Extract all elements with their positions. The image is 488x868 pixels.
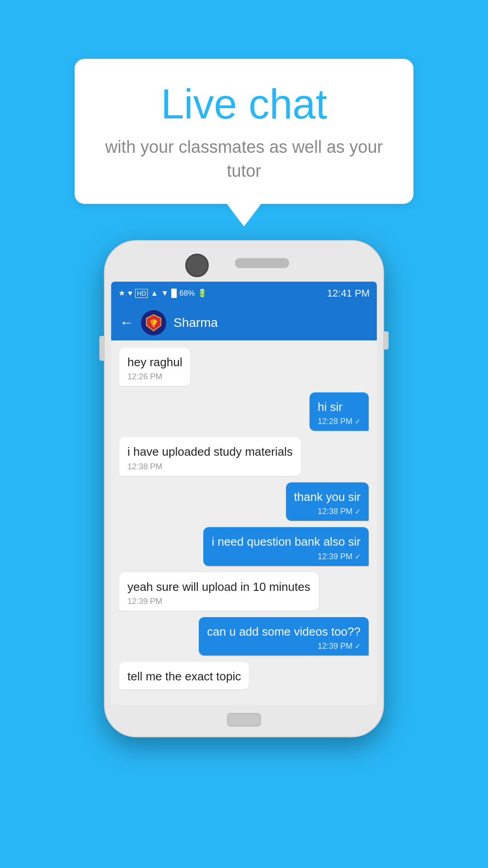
phone-mockup: ★ ♥ HD ▲ ▼ █ 68% 🔋 12:41 PM ← xyxy=(104,240,384,737)
message-3-text: i have uploaded study materials xyxy=(127,443,293,460)
message-7-time-row: 12:39 PM ✓ xyxy=(207,642,361,651)
status-time: 12:41 PM xyxy=(327,288,370,299)
speech-bubble-container: Live chat with your classmates as well a… xyxy=(75,59,413,226)
message-5: i need question bank also sir 12:39 PM ✓ xyxy=(203,527,369,566)
message-4-time: 12:38 PM xyxy=(318,507,352,516)
chat-header: ← Sharma xyxy=(111,305,377,340)
message-4: thank you sir 12:38 PM ✓ xyxy=(286,482,369,521)
signal-bars-icon: █ xyxy=(171,289,177,298)
message-3-time: 12:38 PM xyxy=(127,462,293,472)
back-button[interactable]: ← xyxy=(119,314,134,331)
message-2-time: 12:28 PM xyxy=(318,417,352,426)
message-1-time: 12:26 PM xyxy=(127,372,182,382)
chat-messages-area[interactable]: hey raghul 12:26 PM hi sir 12:28 PM ✓ i … xyxy=(111,340,377,705)
message-1-text: hey raghul xyxy=(127,354,182,370)
message-6: yeah sure will upload in 10 minutes 12:3… xyxy=(119,572,319,611)
message-4-time-row: 12:38 PM ✓ xyxy=(294,507,361,516)
bluetooth-icon: ★ xyxy=(118,288,125,298)
hd-icon: HD xyxy=(135,289,148,298)
battery-icon: 🔋 xyxy=(197,288,207,298)
phone-power-button[interactable] xyxy=(383,331,389,349)
message-2-text: hi sir xyxy=(318,399,361,415)
message-8-partial: tell me the exact topic xyxy=(119,662,249,689)
bubble-subtitle: with your classmates as well as your tut… xyxy=(102,135,386,183)
message-6-text: yeah sure will upload in 10 minutes xyxy=(127,579,310,595)
network-icon: ▼ xyxy=(161,289,169,298)
delivered-check-icon-3: ✓ xyxy=(355,552,361,561)
message-1: hey raghul 12:26 PM xyxy=(119,348,190,386)
phone-home-button[interactable] xyxy=(227,713,261,726)
message-5-text: i need question bank also sir xyxy=(211,533,361,550)
contact-avatar xyxy=(141,310,166,335)
battery-percent: 68% xyxy=(179,289,195,298)
delivered-check-icon-2: ✓ xyxy=(355,507,361,516)
message-7-text: can u add some videos too?? xyxy=(207,623,361,640)
status-icons-left: ★ ♥ HD ▲ ▼ █ 68% 🔋 xyxy=(118,288,207,298)
speech-bubble: Live chat with your classmates as well a… xyxy=(75,59,413,204)
delivered-check-icon-4: ✓ xyxy=(355,642,361,651)
phone-screen: ★ ♥ HD ▲ ▼ █ 68% 🔋 12:41 PM ← xyxy=(111,282,377,705)
message-2: hi sir 12:28 PM ✓ xyxy=(310,392,369,431)
message-6-time: 12:39 PM xyxy=(127,597,310,606)
phone-volume-button-left[interactable] xyxy=(99,336,105,361)
message-7-time: 12:39 PM xyxy=(318,642,352,651)
message-2-time-row: 12:28 PM ✓ xyxy=(318,417,361,426)
message-4-text: thank you sir xyxy=(294,489,361,505)
message-8-text: tell me the exact topic xyxy=(127,668,241,684)
phone-speaker xyxy=(235,258,289,268)
delivered-check-icon: ✓ xyxy=(355,417,361,426)
bubble-title: Live chat xyxy=(102,81,386,127)
wifi-icon: ▲ xyxy=(150,289,158,298)
signal-icon: ♥ xyxy=(128,289,132,298)
message-7: can u add some videos too?? 12:39 PM ✓ xyxy=(199,617,369,656)
bubble-pointer xyxy=(227,204,261,226)
message-3: i have uploaded study materials 12:38 PM xyxy=(119,437,301,476)
phone-body: ★ ♥ HD ▲ ▼ █ 68% 🔋 12:41 PM ← xyxy=(104,240,384,737)
status-bar: ★ ♥ HD ▲ ▼ █ 68% 🔋 12:41 PM xyxy=(111,282,377,305)
message-5-time: 12:39 PM xyxy=(318,552,352,561)
phone-camera xyxy=(185,254,209,277)
contact-name: Sharma xyxy=(174,316,218,330)
message-5-time-row: 12:39 PM ✓ xyxy=(211,552,361,561)
